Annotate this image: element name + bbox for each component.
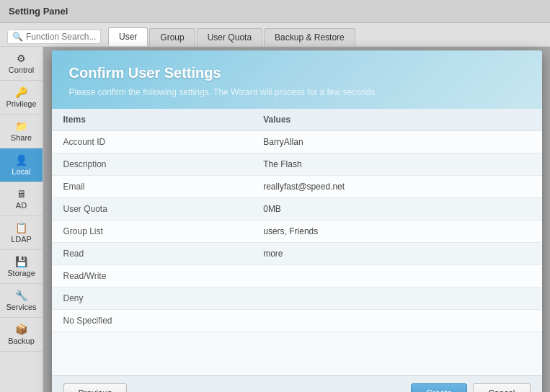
cancel-button[interactable]: Cancel	[473, 383, 530, 392]
table-header-row: Items Values	[52, 109, 542, 131]
row-item: Email	[52, 176, 252, 198]
ldap-icon: 📋	[15, 222, 27, 233]
setting-panel: Setting Panel 🔍 User Group User Quota Ba…	[0, 0, 550, 392]
ad-icon: 🖥	[17, 188, 27, 200]
row-value	[252, 265, 541, 288]
dialog-footer: Previous Create Cancel	[52, 375, 542, 392]
search-input[interactable]	[26, 32, 96, 42]
previous-button[interactable]: Previous	[63, 383, 128, 392]
row-value: The Flash	[252, 153, 541, 176]
row-item: No Specified	[52, 310, 252, 332]
panel-title: Setting Panel	[0, 0, 550, 23]
table-row: Emailreallyfast@speed.net	[52, 176, 542, 198]
row-value: more	[252, 243, 541, 265]
row-item: User Quota	[52, 198, 252, 220]
col-header-items: Items	[52, 109, 252, 131]
table-row: No Specified	[52, 310, 542, 332]
table-row: User Quota0MB	[52, 198, 542, 220]
footer-left: Previous	[63, 383, 128, 392]
services-icon: 🔧	[15, 290, 27, 301]
backup-icon: 📦	[15, 324, 27, 335]
dialog-title: Confirm User Settings	[69, 65, 525, 81]
confirm-table: Items Values Account IDBarryAllanDescrip…	[52, 109, 542, 332]
row-item: Group List	[52, 220, 252, 243]
modal-overlay: Confirm User Settings Please confirm the…	[43, 47, 550, 392]
confirm-dialog: Confirm User Settings Please confirm the…	[52, 50, 542, 392]
sidebar-item-services[interactable]: 🔧 Services	[0, 284, 43, 318]
row-item: Deny	[52, 288, 252, 310]
footer-right: Create Cancel	[411, 383, 530, 392]
row-value: BarryAllan	[252, 131, 541, 153]
search-icon: 🔍	[12, 32, 23, 42]
storage-icon: 💾	[15, 256, 27, 267]
row-value	[252, 310, 541, 332]
main-area: ⚙ Control 🔑 Privilege 📁 Share 👤 Local 🖥 …	[0, 47, 550, 392]
panel-title-text: Setting Panel	[9, 6, 68, 17]
row-item: Description	[52, 153, 252, 176]
table-row: DescriptionThe Flash	[52, 153, 542, 176]
table-row: Deny	[52, 288, 542, 310]
sidebar-item-share[interactable]: 📁 Share	[0, 115, 43, 148]
sidebar: ⚙ Control 🔑 Privilege 📁 Share 👤 Local 🖥 …	[0, 47, 43, 392]
tab-user-quota[interactable]: User Quota	[197, 28, 262, 46]
sidebar-item-backup[interactable]: 📦 Backup	[0, 318, 43, 352]
sidebar-item-local[interactable]: 👤 Local	[0, 148, 43, 182]
row-item: Read/Write	[52, 265, 252, 288]
privilege-icon: 🔑	[15, 86, 27, 98]
row-item: Account ID	[52, 131, 252, 153]
table-row: Group Listusers, Friends	[52, 220, 542, 243]
col-header-values: Values	[252, 109, 541, 131]
table-row: Read/Write	[52, 265, 542, 288]
control-icon: ⚙	[17, 53, 26, 64]
share-icon: 📁	[15, 120, 27, 132]
row-value: users, Friends	[252, 220, 541, 243]
sidebar-item-privilege[interactable]: 🔑 Privilege	[0, 81, 43, 115]
row-value: reallyfast@speed.net	[252, 176, 541, 198]
content-area: Confirm User Settings Please confirm the…	[43, 47, 550, 392]
row-item: Read	[52, 243, 252, 265]
table-row: Account IDBarryAllan	[52, 131, 542, 153]
sidebar-item-ldap[interactable]: 📋 LDAP	[0, 216, 43, 250]
create-button[interactable]: Create	[411, 383, 467, 392]
dialog-body: Items Values Account IDBarryAllanDescrip…	[52, 109, 542, 375]
local-icon: 👤	[15, 154, 27, 166]
row-value: 0MB	[252, 198, 541, 220]
tab-group[interactable]: Group	[149, 28, 195, 46]
row-value	[252, 288, 541, 310]
dialog-header: Confirm User Settings Please confirm the…	[52, 50, 542, 109]
search-box[interactable]: 🔍	[7, 30, 101, 44]
tab-user[interactable]: User	[108, 27, 148, 46]
tabs-bar: 🔍 User Group User Quota Backup & Restore	[0, 23, 550, 47]
dialog-spacer	[52, 332, 542, 375]
sidebar-item-ad[interactable]: 🖥 AD	[0, 182, 43, 216]
sidebar-item-storage[interactable]: 💾 Storage	[0, 250, 43, 284]
sidebar-item-control[interactable]: ⚙ Control	[0, 47, 43, 81]
tab-backup-restore[interactable]: Backup & Restore	[264, 28, 355, 46]
dialog-subtitle: Please confirm the following settings. T…	[69, 87, 525, 97]
table-row: Readmore	[52, 243, 542, 265]
